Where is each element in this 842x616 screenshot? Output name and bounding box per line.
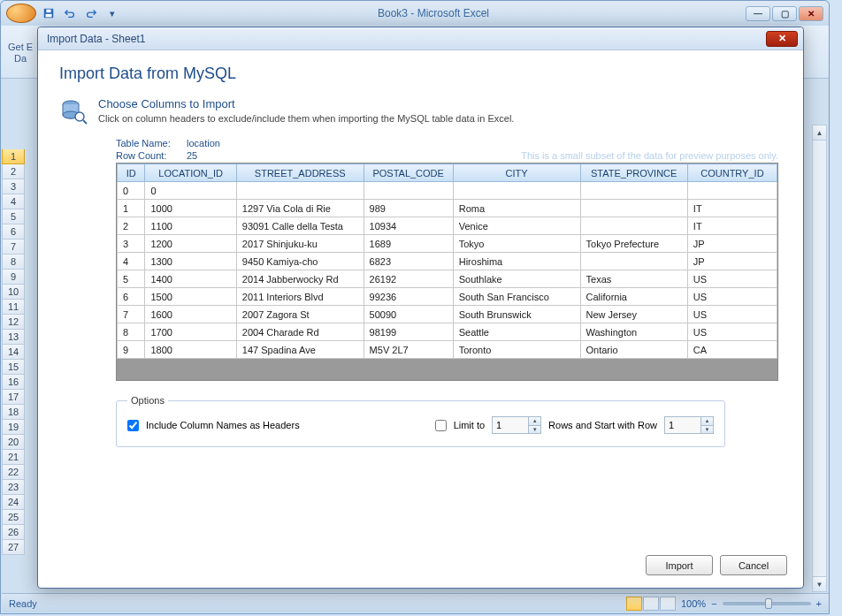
row-header[interactable]: 18 [2, 405, 25, 420]
quick-access-toolbar: ▾ [40, 5, 121, 21]
col-header-state-province[interactable]: STATE_PROVINCE [580, 164, 687, 182]
row-header[interactable]: 20 [2, 435, 25, 450]
dialog-close-button[interactable]: ✕ [766, 31, 798, 47]
zoom-thumb[interactable] [765, 598, 772, 609]
zoom-in-button[interactable]: + [816, 598, 822, 609]
row-header[interactable]: 11 [2, 300, 25, 315]
preview-note: This is a small subset of the data for p… [197, 150, 778, 161]
app-title: Book3 - Microsoft Excel [121, 7, 746, 19]
table-row: 817002004 Charade Rd98199SeattleWashingt… [118, 323, 777, 341]
limit-rows-input[interactable] [493, 417, 528, 433]
cell: 1400 [145, 270, 236, 288]
office-button[interactable] [6, 4, 36, 23]
col-header-id[interactable]: ID [118, 164, 145, 182]
spin-up-icon[interactable]: ▲ [529, 417, 540, 426]
row-header[interactable]: 12 [2, 315, 25, 330]
cell: 989 [364, 200, 453, 217]
row-header[interactable]: 17 [2, 390, 25, 405]
row-header[interactable]: 3 [2, 179, 25, 194]
import-button[interactable]: Import [646, 555, 713, 575]
row-header[interactable]: 21 [2, 450, 25, 465]
cell: 99236 [364, 288, 453, 306]
col-header-street-address[interactable]: STREET_ADDRESS [236, 164, 364, 182]
limit-rows-spinner[interactable]: ▲▼ [492, 416, 541, 434]
cell [580, 200, 687, 217]
row-header[interactable]: 1 [2, 149, 25, 164]
cell: 0 [118, 182, 145, 200]
cell: 93091 Calle della Testa [236, 217, 364, 235]
row-header[interactable]: 9 [2, 270, 25, 285]
qat-dropdown-icon[interactable]: ▾ [103, 5, 121, 21]
cell: 147 Spadina Ave [236, 341, 364, 359]
view-buttons [626, 597, 676, 611]
start-row-spinner[interactable]: ▲▼ [664, 416, 714, 434]
zoom-slider[interactable] [723, 602, 811, 605]
zoom-out-button[interactable]: − [711, 598, 716, 609]
cell: Tokyo [453, 235, 580, 253]
scroll-down-icon[interactable]: ▼ [813, 576, 826, 591]
cell: Ontario [580, 341, 687, 359]
row-header[interactable]: 5 [2, 209, 25, 224]
cell: 1297 Via Cola di Rie [236, 200, 364, 217]
cell: Tokyo Prefecture [580, 235, 687, 253]
svg-point-5 [75, 112, 84, 121]
table-name-label: Table Name: [116, 138, 187, 148]
undo-icon[interactable] [61, 5, 79, 21]
save-icon[interactable] [40, 5, 57, 21]
row-header[interactable]: 27 [2, 540, 25, 555]
row-header[interactable]: 19 [2, 420, 25, 435]
preview-table-body: 00110001297 Via Cola di Rie989RomaIT2110… [118, 182, 777, 359]
page-break-view-button[interactable] [660, 597, 676, 611]
row-header[interactable]: 14 [2, 345, 25, 360]
redo-icon[interactable] [82, 5, 100, 21]
table-row: 312002017 Shinjuku-ku1689TokyoTokyo Pref… [118, 235, 777, 253]
page-layout-view-button[interactable] [643, 597, 659, 611]
row-header[interactable]: 2 [2, 164, 25, 179]
cell: New Jersey [580, 306, 687, 323]
cell: 1500 [145, 288, 236, 306]
normal-view-button[interactable] [626, 597, 642, 611]
row-header[interactable]: 6 [2, 224, 25, 240]
preview-table: ID LOCATION_ID STREET_ADDRESS POSTAL_COD… [117, 164, 777, 359]
row-header[interactable]: 25 [2, 510, 25, 525]
table-row: 716002007 Zagora St50090South BrunswickN… [118, 306, 777, 323]
row-header[interactable]: 10 [2, 285, 25, 300]
start-row-input[interactable] [665, 417, 700, 433]
row-header[interactable]: 4 [2, 194, 25, 209]
close-button[interactable]: ✕ [799, 6, 823, 21]
row-header[interactable]: 22 [2, 465, 25, 480]
row-header[interactable]: 24 [2, 495, 25, 510]
row-header[interactable]: 8 [2, 255, 25, 270]
cell: IT [687, 200, 777, 217]
cell: 7 [118, 306, 145, 323]
cell: 0 [145, 182, 236, 200]
col-header-location-id[interactable]: LOCATION_ID [145, 164, 236, 182]
cell [453, 182, 580, 200]
row-header[interactable]: 26 [2, 525, 25, 540]
col-header-country-id[interactable]: COUNTRY_ID [687, 164, 777, 182]
dialog-titlebar[interactable]: Import Data - Sheet1 ✕ [38, 27, 803, 50]
scroll-up-icon[interactable]: ▲ [813, 125, 826, 141]
spin-down-icon[interactable]: ▼ [701, 426, 713, 434]
cancel-button[interactable]: Cancel [720, 555, 787, 575]
row-header[interactable]: 16 [2, 375, 25, 390]
include-headers-checkbox[interactable] [127, 420, 139, 431]
col-header-postal-code[interactable]: POSTAL_CODE [364, 164, 453, 182]
get-external-data-group[interactable]: Get EDa [8, 29, 33, 65]
cell: Toronto [453, 341, 580, 359]
cell: 2017 Shinjuku-ku [236, 235, 364, 253]
row-header[interactable]: 7 [2, 240, 25, 255]
limit-to-checkbox[interactable] [435, 420, 447, 431]
spin-up-icon[interactable]: ▲ [701, 417, 713, 426]
col-header-city[interactable]: CITY [453, 164, 580, 182]
minimize-button[interactable]: — [746, 6, 770, 21]
table-row: 2110093091 Calle della Testa10934VeniceI… [118, 217, 777, 235]
row-header[interactable]: 15 [2, 360, 25, 375]
maximize-button[interactable]: ▢ [772, 6, 797, 21]
vertical-scrollbar[interactable]: ▲ ▼ [812, 125, 827, 592]
spin-down-icon[interactable]: ▼ [529, 426, 540, 434]
row-header[interactable]: 23 [2, 480, 25, 495]
row-header[interactable]: 13 [2, 330, 25, 345]
cell: 1800 [145, 341, 236, 359]
preview-table-container: ID LOCATION_ID STREET_ADDRESS POSTAL_COD… [116, 163, 778, 381]
